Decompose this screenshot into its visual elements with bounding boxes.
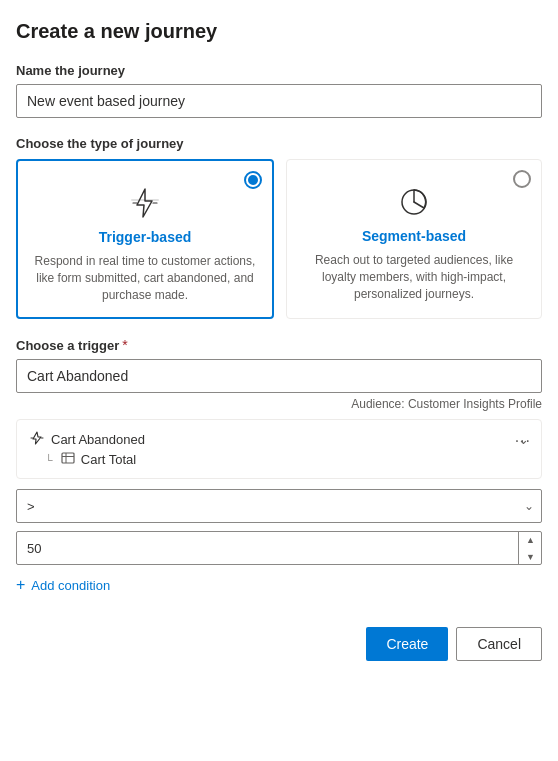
child-indent-symbol: └: [45, 454, 55, 466]
type-section: Choose the type of journey Trigger-based…: [16, 136, 542, 319]
spin-up-button[interactable]: ▲: [519, 531, 542, 548]
trigger-card-desc: Respond in real time to customer actions…: [32, 253, 258, 303]
name-label: Name the journey: [16, 63, 542, 78]
journey-name-input[interactable]: [16, 84, 542, 118]
value-input-wrapper: ▲ ▼: [16, 531, 542, 565]
journey-type-options: Trigger-based Respond in real time to cu…: [16, 159, 542, 319]
operator-dropdown[interactable]: > < >= <= = !=: [16, 489, 542, 523]
trigger-card-title: Trigger-based: [32, 229, 258, 245]
spin-down-button[interactable]: ▼: [519, 548, 542, 565]
spin-buttons: ▲ ▼: [518, 531, 542, 565]
filter-box: ... Cart Abandoned ⌄ └ Cart: [16, 419, 542, 479]
segment-based-card[interactable]: Segment-based Reach out to targeted audi…: [286, 159, 542, 319]
table-tree-icon: [61, 451, 75, 468]
filter-box-menu[interactable]: ...: [515, 428, 531, 446]
segment-icon: [301, 184, 527, 220]
audience-hint: Audience: Customer Insights Profile: [16, 397, 542, 411]
add-condition-button[interactable]: + Add condition: [16, 573, 110, 597]
required-star: *: [122, 337, 127, 353]
value-input[interactable]: [16, 531, 542, 565]
name-section: Name the journey: [16, 63, 542, 118]
create-button[interactable]: Create: [366, 627, 448, 661]
trigger-tree-icon: [29, 430, 45, 449]
operator-dropdown-wrapper: > < >= <= = != ⌄: [16, 489, 542, 523]
filter-tree-parent-row: Cart Abandoned ⌄: [29, 430, 529, 449]
trigger-icon: [32, 185, 258, 221]
add-condition-plus-icon: +: [16, 577, 25, 593]
trigger-input-wrapper: [16, 359, 542, 393]
segment-card-desc: Reach out to targeted audiences, like lo…: [301, 252, 527, 302]
type-section-label: Choose the type of journey: [16, 136, 542, 151]
radio-dot-filled: [248, 175, 258, 185]
add-condition-label: Add condition: [31, 578, 110, 593]
trigger-based-card[interactable]: Trigger-based Respond in real time to cu…: [16, 159, 274, 319]
filter-tree-child-row: └ Cart Total: [29, 451, 529, 468]
trigger-radio[interactable]: [244, 171, 262, 189]
page-title: Create a new journey: [16, 20, 542, 43]
footer-buttons: Create Cancel: [16, 627, 542, 661]
trigger-label-wrapper: Choose a trigger *: [16, 337, 542, 353]
segment-radio[interactable]: [513, 170, 531, 188]
trigger-label: Choose a trigger: [16, 338, 119, 353]
trigger-section: Choose a trigger * Audience: Customer In…: [16, 337, 542, 411]
svg-rect-2: [62, 453, 74, 463]
cancel-button[interactable]: Cancel: [456, 627, 542, 661]
segment-card-title: Segment-based: [301, 228, 527, 244]
trigger-input[interactable]: [16, 359, 542, 393]
filter-tree-child-label: Cart Total: [81, 452, 529, 467]
filter-tree-parent-label: Cart Abandoned: [51, 432, 512, 447]
filter-tree: Cart Abandoned ⌄ └ Cart Total: [29, 430, 529, 468]
